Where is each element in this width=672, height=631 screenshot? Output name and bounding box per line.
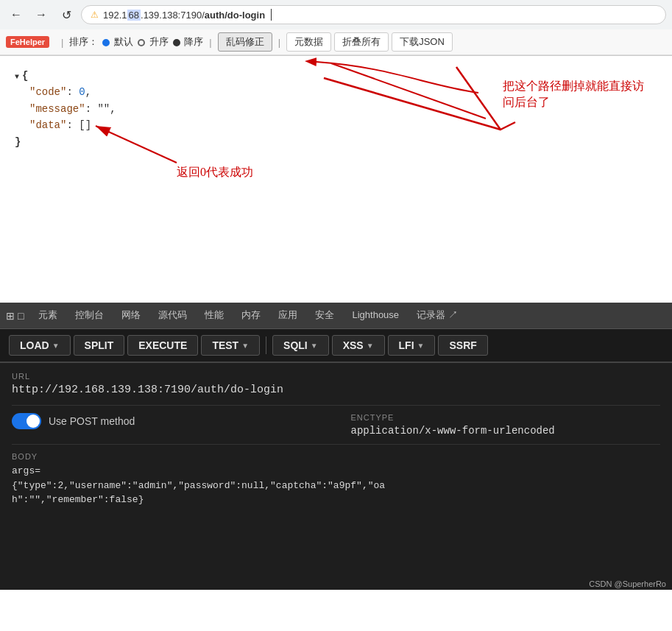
forward-button[interactable]: → (31, 4, 52, 25)
ssrf-button[interactable]: SSRF (438, 335, 487, 356)
url-section: URL http://192.168.139.138:7190/auth/do-… (12, 372, 660, 396)
desc-radio-dot (173, 39, 180, 46)
lfi-button[interactable]: LFI ▼ (388, 335, 436, 356)
back-button[interactable]: ← (6, 4, 26, 25)
sqli-button[interactable]: SQLI ▼ (272, 335, 329, 356)
sort-group: 排序： 默认 升序 降序 (69, 35, 203, 49)
data-value: [] (79, 117, 91, 133)
enctype-col: enctype application/x-www-form-urlencode… (351, 413, 661, 437)
default-radio[interactable]: 默认 (102, 35, 133, 49)
tab-lighthouse[interactable]: Lighthouse (343, 303, 408, 329)
split-button[interactable]: SPLIT (74, 335, 125, 356)
format-button[interactable]: 乱码修正 (218, 32, 272, 52)
tab-security[interactable]: 安全 (306, 303, 343, 329)
nav-bar: ← → ↺ ⚠ 192.168.139.138:7190/auth/do-log… (0, 0, 672, 29)
warning-icon: ⚠ (91, 10, 99, 20)
separator3: | (278, 37, 280, 48)
body-section: Body args= {"type":2,"username":"admin",… (12, 452, 660, 507)
lfi-dropdown-icon: ▼ (417, 342, 425, 350)
browser-chrome: ← → ↺ ⚠ 192.168.139.138:7190/auth/do-log… (0, 0, 672, 56)
body-value: args= {"type":2,"username":"admin","pass… (12, 464, 660, 507)
tab-network[interactable]: 网络 (113, 303, 149, 329)
divider1 (12, 405, 660, 406)
code-value: 0 (79, 84, 85, 100)
json-data-line: "data" : [] (29, 117, 657, 133)
devtools-panel: ⊞ □ 元素 控制台 网络 源代码 性能 内存 应用 安全 Lighthouse… (0, 303, 672, 590)
devtools-icon1[interactable]: ⊞ (6, 310, 15, 322)
devtools-tabs: ⊞ □ 元素 控制台 网络 源代码 性能 内存 应用 安全 Lighthouse… (0, 303, 672, 329)
divider2 (12, 444, 660, 445)
xss-dropdown-icon: ▼ (367, 342, 374, 350)
asc-radio-dot (138, 39, 145, 46)
tab-memory[interactable]: 内存 (233, 303, 269, 329)
post-col: Use POST method (12, 413, 322, 429)
asc-radio[interactable]: 升序 (138, 35, 169, 49)
body-label: Body (12, 452, 660, 461)
tab-application[interactable]: 应用 (269, 303, 306, 329)
body-line1: args= (12, 464, 660, 479)
post-row: Use POST method enctype application/x-ww… (12, 413, 660, 437)
refresh-button[interactable]: ↺ (56, 4, 77, 25)
xss-button[interactable]: XSS ▼ (332, 335, 385, 356)
default-radio-dot (102, 39, 110, 46)
hackbar-content: URL http://192.168.139.138:7190/auth/do-… (0, 363, 672, 578)
body-line2: {"type":2,"username":"admin","password":… (12, 479, 660, 493)
test-dropdown-icon: ▼ (241, 342, 249, 350)
post-toggle[interactable]: Use POST method (12, 413, 322, 429)
json-content: ▼ { "code" : 0 , "message" : "" , "data"… (0, 56, 672, 303)
tab-elements[interactable]: 元素 (29, 303, 66, 329)
message-value: "" (97, 101, 110, 117)
address-bold: auth/do-login (205, 10, 265, 21)
url-value: http://192.168.139.138:7190/auth/do-logi… (12, 384, 660, 396)
address-bar[interactable]: ⚠ 192.168.139.138:7190/auth/do-login (81, 5, 666, 24)
address-prefix: 192.168.139.138:7190/auth/do-login (103, 10, 265, 21)
meta-button[interactable]: 元数据 (286, 32, 331, 52)
load-button[interactable]: LOAD ▼ (9, 335, 71, 356)
post-method-label: Use POST method (49, 415, 135, 427)
message-key: "message" (29, 101, 85, 117)
toggle-thumb (26, 415, 40, 428)
hackbar: LOAD ▼ SPLIT EXECUTE TEST ▼ SQLI ▼ XSS ▼… (0, 329, 672, 363)
desc-radio[interactable]: 降序 (173, 35, 204, 49)
devtools-icon2[interactable]: □ (18, 310, 24, 322)
download-button[interactable]: 下载JSON (392, 32, 453, 52)
separator1: | (61, 37, 63, 48)
url-label: URL (12, 372, 660, 381)
address-text: 192.168.139.138:7190/auth/do-login (103, 10, 265, 21)
separator2: | (209, 37, 211, 48)
hackbar-separator1 (266, 336, 266, 354)
csdn-watermark: CSDN @SuperherRo (0, 578, 672, 590)
fold-button[interactable]: 折叠所有 (334, 32, 389, 52)
tab-performance[interactable]: 性能 (196, 303, 233, 329)
sqli-dropdown-icon: ▼ (311, 342, 318, 350)
tab-console[interactable]: 控制台 (66, 303, 113, 329)
load-dropdown-icon: ▼ (52, 342, 60, 350)
code-key: "code" (29, 84, 66, 100)
tab-sources[interactable]: 源代码 (149, 303, 196, 329)
tab-recorder[interactable]: 记录器 ↗ (408, 303, 467, 329)
annotation-success: 返回0代表成功 (177, 163, 253, 182)
cursor (271, 9, 272, 21)
fehelper-logo: FeHelper (6, 36, 49, 48)
toggle-track[interactable] (12, 413, 41, 429)
sort-label: 排序： (69, 35, 98, 49)
collapse-icon[interactable]: ▼ (15, 71, 19, 83)
annotation-path: 把这个路径删掉就能直接访问后台了 (503, 78, 665, 111)
body-line3: h":"","remember":false} (12, 493, 660, 507)
json-close-brace: } (15, 134, 657, 150)
test-button[interactable]: TEST ▼ (201, 335, 260, 356)
fehelper-bar: FeHelper | 排序： 默认 升序 降序 | 乱码修正 | 元数据 折叠所… (0, 29, 672, 55)
enctype-label: enctype (351, 413, 661, 422)
data-key: "data" (29, 117, 66, 133)
execute-button[interactable]: EXECUTE (127, 335, 198, 356)
enctype-value: application/x-www-form-urlencoded (351, 425, 661, 437)
